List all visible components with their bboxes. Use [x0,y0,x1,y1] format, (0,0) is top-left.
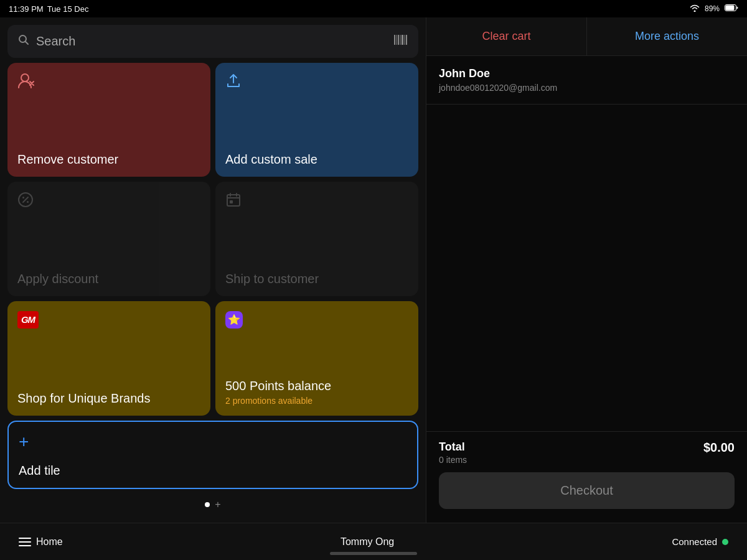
svg-rect-9 [406,35,407,45]
tile-ship-to-customer-label: Ship to customer [225,272,408,286]
discount-icon [17,192,200,210]
left-panel: Search [0,17,426,523]
status-bar: 11:39 PM Tue 15 Dec 89% [0,0,747,17]
tile-add-tile[interactable]: + Add tile [7,421,418,489]
tile-remove-customer[interactable]: Remove customer [7,63,210,177]
clear-cart-button[interactable]: Clear cart [426,17,587,55]
svg-point-10 [21,74,29,82]
home-nav-item[interactable]: Home [19,536,63,548]
total-amount: $0.00 [703,441,735,455]
tile-shop-unique-brands[interactable]: GM Shop for Unique Brands [7,301,210,416]
cart-header: Clear cart More actions [426,17,747,56]
customer-info: John Doe johndoe08012020@gmail.com [426,56,747,105]
tile-add-custom-sale-label: Add custom sale [225,152,408,167]
calendar-icon [225,192,408,210]
current-user-label: Tommy Ong [341,536,394,548]
status-time: 11:39 PM [9,4,44,14]
star-icon: ⭐ [225,311,243,329]
hamburger-icon [19,538,31,546]
checkout-button: Checkout [439,472,735,509]
connection-label: Connected [672,536,717,547]
tile-apply-discount-label: Apply discount [17,272,200,286]
svg-rect-5 [398,35,399,45]
main-layout: Search [0,17,747,523]
battery-icon [725,4,738,13]
page-dot-active [205,502,210,507]
tiles-grid: Remove customer Add custom sale [7,63,418,416]
tile-ship-to-customer: Ship to customer [215,182,418,296]
svg-rect-4 [397,35,397,45]
svg-rect-15 [230,200,233,203]
tile-points-balance[interactable]: ⭐ 500 Points balance 2 promotions availa… [215,301,418,416]
tile-points-label: 500 Points balance [225,379,408,393]
tile-points-sublabel: 2 promotions available [225,396,408,406]
battery-percentage: 89% [705,4,720,13]
svg-point-13 [27,201,29,203]
tile-shop-unique-label: Shop for Unique Brands [17,391,200,406]
plus-icon: + [19,432,407,452]
total-label: Total [439,441,467,454]
svg-rect-8 [405,35,405,45]
search-placeholder: Search [36,34,75,49]
gm-logo-icon: GM [17,311,39,329]
more-actions-button[interactable]: More actions [587,17,747,55]
customer-name: John Doe [439,67,735,80]
tile-remove-customer-label: Remove customer [17,152,200,167]
connected-dot-icon [722,539,728,545]
right-panel: Clear cart More actions John Doe johndoe… [426,17,747,523]
home-nav-label: Home [36,536,63,548]
search-icon [17,34,30,49]
page-dot-plus[interactable]: + [215,499,220,510]
search-bar[interactable]: Search [7,25,418,58]
svg-rect-3 [394,35,395,45]
svg-rect-7 [402,35,403,45]
connection-status: Connected [672,536,728,547]
person-remove-icon [17,73,200,93]
status-date: Tue 15 Dec [47,4,89,14]
tile-add-tile-label: Add tile [19,464,407,478]
svg-rect-6 [400,35,401,45]
home-indicator [330,552,417,555]
upload-icon [225,73,408,91]
barcode-icon[interactable] [393,34,408,49]
cart-area [426,105,747,431]
total-items: 0 items [439,455,467,465]
page-dots: + [7,494,418,515]
tile-apply-discount: Apply discount [7,182,210,296]
tile-add-custom-sale[interactable]: Add custom sale [215,63,418,177]
svg-rect-1 [726,6,735,11]
wifi-icon [690,4,700,14]
svg-rect-14 [227,195,240,206]
total-section: Total 0 items $0.00 Checkout [426,431,747,523]
svg-point-12 [22,197,24,198]
customer-email: johndoe08012020@gmail.com [439,83,735,93]
